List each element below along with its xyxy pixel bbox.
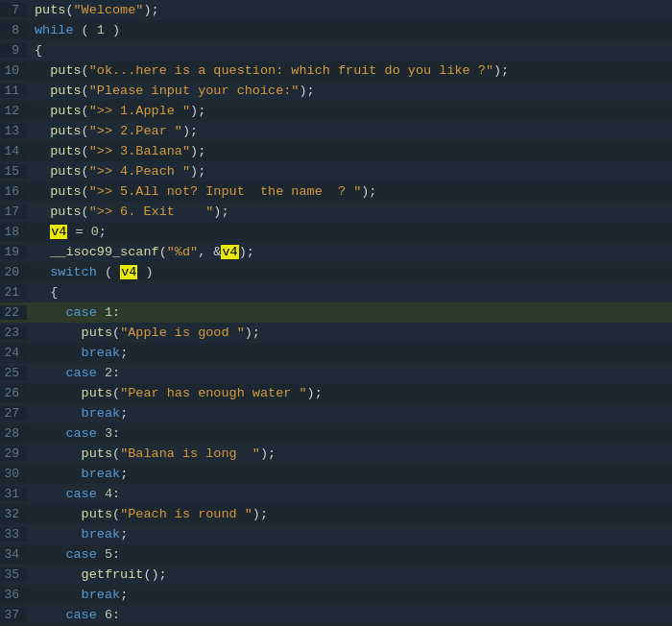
code-line-24: 24 break;	[0, 343, 672, 363]
line-content: case 5:	[27, 547, 672, 562]
line-number: 26	[0, 386, 27, 400]
code-line-23: 23 puts("Apple is good ");	[0, 323, 672, 343]
line-content: break;	[27, 346, 672, 360]
line-number: 21	[0, 285, 27, 300]
code-line-32: 32 puts("Peach is round ");	[0, 504, 672, 524]
code-line-10: 10 puts("ok...here is a question: which …	[0, 60, 672, 81]
line-content: puts(">> 6. Exit ");	[27, 205, 672, 219]
code-line-8: 8 while ( 1 )	[0, 20, 672, 40]
code-line-29: 29 puts("Balana is long ");	[0, 444, 672, 464]
line-number: 37	[0, 608, 27, 622]
code-line-7: 7 puts("Welcome");	[0, 0, 672, 20]
line-number: 32	[0, 507, 27, 521]
line-content: puts(">> 3.Balana");	[27, 144, 672, 158]
code-line-28: 28 case 3:	[0, 423, 672, 444]
code-line-35: 35 getfruit();	[0, 565, 672, 585]
code-line-37: 37 case 6:	[0, 605, 672, 625]
line-content: __isoc99_scanf("%d", &v4);	[27, 245, 672, 259]
code-line-22: 22 case 1:	[0, 302, 672, 323]
line-number: 14	[0, 144, 27, 158]
line-content: puts("ok...here is a question: which fru…	[27, 63, 672, 78]
line-content: case 2:	[27, 366, 672, 380]
line-number: 28	[0, 426, 27, 441]
code-line-27: 27 break;	[0, 403, 672, 423]
line-number: 36	[0, 588, 27, 602]
line-number: 34	[0, 547, 27, 562]
line-content: puts("Welcome");	[27, 3, 672, 17]
line-number: 24	[0, 346, 27, 360]
code-line-21: 21 {	[0, 282, 672, 302]
line-number: 11	[0, 84, 27, 98]
line-number: 12	[0, 104, 27, 118]
code-line-20: 20 switch ( v4 )	[0, 262, 672, 282]
code-line-15: 15 puts(">> 4.Peach ");	[0, 161, 672, 181]
line-content: break;	[27, 527, 672, 542]
line-content: case 6:	[27, 608, 672, 622]
code-container: 7 puts("Welcome"); 8 while ( 1 ) 9 { 10 …	[0, 0, 672, 626]
line-content: case 1:	[27, 305, 672, 320]
line-number: 15	[0, 164, 27, 179]
line-number: 7	[0, 3, 27, 17]
line-content: puts(">> 4.Peach ");	[27, 164, 672, 179]
code-line-26: 26 puts("Pear has enough water ");	[0, 383, 672, 403]
line-content: puts("Apple is good ");	[27, 325, 672, 340]
line-content: while ( 1 )	[27, 23, 672, 37]
code-line-13: 13 puts(">> 2.Pear ");	[0, 121, 672, 141]
line-number: 17	[0, 205, 27, 219]
line-number: 16	[0, 184, 27, 199]
code-line-33: 33 break;	[0, 524, 672, 544]
line-content: {	[27, 285, 672, 300]
line-number: 8	[0, 23, 27, 37]
line-content: v4 = 0;	[27, 225, 672, 239]
line-number: 18	[0, 225, 27, 239]
line-content: case 4:	[27, 487, 672, 501]
code-line-18: 18 v4 = 0;	[0, 222, 672, 242]
code-line-19: 19 __isoc99_scanf("%d", &v4);	[0, 242, 672, 262]
line-content: break;	[27, 467, 672, 481]
line-content: puts("Balana is long ");	[27, 446, 672, 461]
line-content: puts("Pear has enough water ");	[27, 386, 672, 400]
code-line-31: 31 case 4:	[0, 484, 672, 504]
line-number: 31	[0, 487, 27, 501]
line-content: puts("Please input your choice:");	[27, 84, 672, 98]
line-number: 33	[0, 527, 27, 542]
line-number: 13	[0, 124, 27, 138]
code-line-12: 12 puts(">> 1.Apple ");	[0, 101, 672, 121]
line-content: puts(">> 2.Pear ");	[27, 124, 672, 138]
line-number: 29	[0, 446, 27, 461]
code-line-25: 25 case 2:	[0, 363, 672, 383]
line-content: break;	[27, 406, 672, 421]
line-content: break;	[27, 588, 672, 602]
line-number: 22	[0, 305, 27, 320]
line-content: case 3:	[27, 426, 672, 441]
code-line-36: 36 break;	[0, 585, 672, 605]
line-number: 23	[0, 325, 27, 340]
code-line-34: 34 case 5:	[0, 544, 672, 565]
code-line-14: 14 puts(">> 3.Balana");	[0, 141, 672, 161]
code-line-16: 16 puts(">> 5.All not? Input the name ? …	[0, 181, 672, 202]
line-number: 10	[0, 63, 27, 78]
line-content: puts(">> 1.Apple ");	[27, 104, 672, 118]
line-number: 20	[0, 265, 27, 279]
line-content: puts("Peach is round ");	[27, 507, 672, 521]
line-number: 9	[0, 43, 27, 58]
line-number: 35	[0, 567, 27, 582]
code-line-17: 17 puts(">> 6. Exit ");	[0, 202, 672, 222]
code-line-30: 30 break;	[0, 464, 672, 484]
line-number: 25	[0, 366, 27, 380]
code-line-11: 11 puts("Please input your choice:");	[0, 81, 672, 101]
line-content: {	[27, 43, 672, 58]
line-content: switch ( v4 )	[27, 265, 672, 279]
line-number: 19	[0, 245, 27, 259]
line-number: 27	[0, 406, 27, 421]
line-number: 30	[0, 467, 27, 481]
line-content: getfruit();	[27, 567, 672, 582]
code-line-9: 9 {	[0, 40, 672, 60]
line-content: puts(">> 5.All not? Input the name ? ");	[27, 184, 672, 199]
